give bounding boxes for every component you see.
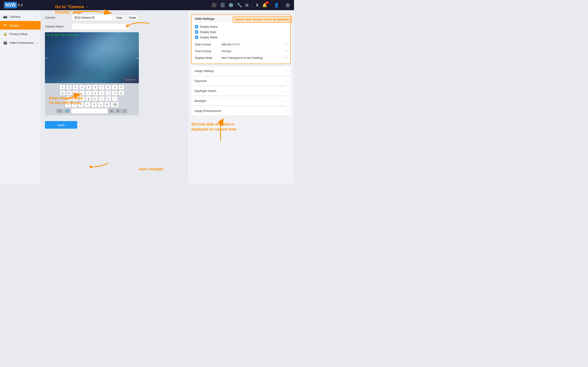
- kb-key-s[interactable]: s: [66, 96, 72, 101]
- kb-key-7[interactable]: 7: [99, 85, 104, 90]
- kb-key-b[interactable]: b: [91, 102, 97, 107]
- user-icon[interactable]: 👤: [274, 3, 279, 8]
- exposure-arrow-icon: ›: [286, 79, 287, 83]
- camera-preview-inner: 07-01-2021 Thu 16:51:42 ‹ › Camera 01: [45, 32, 139, 83]
- display-date-checkbox[interactable]: [195, 30, 198, 34]
- display-mode-select[interactable]: Non-Transparent & Not Flashing ▾: [222, 56, 287, 59]
- kb-key-i[interactable]: i: [105, 91, 111, 95]
- power-icon[interactable]: ⏻: [286, 3, 290, 8]
- kb-key-2[interactable]: 2: [66, 85, 72, 90]
- grid-icon[interactable]: ⊞: [245, 3, 249, 8]
- clear-camera-name-icon[interactable]: ✕: [125, 25, 128, 28]
- camera-timestamp: 07-01-2021 Thu 16:51:42: [47, 34, 78, 36]
- kb-key-123[interactable]: 123: [56, 109, 63, 113]
- backlight-row[interactable]: Backlight ›: [191, 96, 291, 106]
- kb-key-y[interactable]: y: [92, 91, 98, 95]
- kb-key-h[interactable]: h: [92, 96, 98, 101]
- kb-key-f[interactable]: f: [79, 96, 85, 101]
- date-format-arrow-icon: ▾: [286, 43, 287, 46]
- database-icon[interactable]: 🗄️: [220, 3, 225, 8]
- osd-settings-panel: OSD Settings ∨ Display Name Display Date…: [191, 14, 291, 64]
- camera-nav-left-icon[interactable]: ‹: [46, 55, 47, 60]
- image-settings-row[interactable]: Image Settings ›: [191, 67, 291, 76]
- kb-key-v[interactable]: v: [85, 102, 90, 107]
- apply-button-container: Apply: [45, 119, 184, 129]
- bell-icon[interactable]: 🔔 66: [262, 3, 267, 8]
- kb-key-c[interactable]: c: [78, 102, 84, 107]
- kb-key-1[interactable]: 1: [60, 85, 65, 90]
- kb-key-o[interactable]: o: [112, 91, 118, 95]
- sidebar-item-display[interactable]: 👁 Display: [0, 21, 41, 30]
- date-format-select[interactable]: MM-DD-YYYY ▾: [222, 43, 287, 46]
- time-format-label: Time Format: [195, 50, 222, 53]
- kb-key-x[interactable]: x: [72, 102, 77, 107]
- kb-key-m[interactable]: m: [104, 102, 110, 107]
- kb-key-p[interactable]: p: [118, 91, 124, 95]
- kb-key-r[interactable]: r: [79, 91, 85, 95]
- set-date-time-annotation: Set how date and time isdisplayed on cam…: [191, 122, 291, 132]
- exposure-row[interactable]: Exposure ›: [191, 76, 291, 86]
- wrench-icon[interactable]: 🔧: [237, 3, 242, 8]
- time-format-row: Time Format 24-hour ▾: [195, 48, 287, 54]
- kb-key-u[interactable]: u: [99, 91, 104, 95]
- image-enhancement-arrow-icon: ›: [286, 109, 287, 113]
- osd-settings-title: OSD Settings: [195, 17, 215, 20]
- kb-key-4[interactable]: 4: [79, 85, 85, 90]
- time-format-select[interactable]: 24-hour ▾: [222, 50, 287, 53]
- kb-key-w[interactable]: w: [66, 91, 72, 95]
- display-mode-value: Non-Transparent & Not Flashing: [222, 56, 263, 59]
- live-view-icon[interactable]: 🎥: [211, 2, 217, 8]
- kb-key-k[interactable]: k: [105, 96, 111, 101]
- kb-key-globe[interactable]: 🌐: [64, 109, 70, 113]
- sidebar-item-video-parameters[interactable]: 🎬 Video Parameters ›: [0, 38, 41, 47]
- kb-key-5[interactable]: 5: [86, 85, 91, 90]
- sidebar-item-camera[interactable]: 📷 Camera ›: [0, 12, 41, 21]
- sidebar-item-privacy-mask[interactable]: 🔒 Privacy Mask: [0, 30, 41, 38]
- camera-value-display[interactable]: [D1] Camera 01: [72, 14, 113, 21]
- camera-nav-right-icon[interactable]: ›: [137, 55, 138, 60]
- image-enhancement-row[interactable]: Image Enhancement ›: [191, 106, 291, 116]
- kb-key-t[interactable]: t: [86, 91, 91, 95]
- kb-key-e[interactable]: e: [73, 91, 78, 95]
- kb-key-n[interactable]: n: [98, 102, 104, 107]
- sidebar-video-arrow: ›: [36, 42, 37, 44]
- display-week-checkbox[interactable]: [195, 36, 198, 39]
- logo-nvr: NVR: [4, 2, 17, 8]
- image-settings-label: Image Settings: [195, 69, 214, 73]
- osd-settings-header[interactable]: OSD Settings ∨: [192, 15, 290, 23]
- image-enhancement-label: Image Enhancement: [195, 109, 221, 113]
- kb-key-g[interactable]: g: [86, 96, 91, 101]
- camera-field-label: Camera: [45, 16, 69, 19]
- logo-version: 4.0: [18, 3, 23, 7]
- kb-backspace-icon[interactable]: ⌫: [111, 102, 119, 107]
- kb-space-key[interactable]: [71, 108, 108, 114]
- copy-button[interactable]: Copy: [113, 14, 126, 21]
- kb-key-enter[interactable]: ↵: [122, 109, 127, 113]
- camera-name-field-row: Camera Name use-IP Demo ✕: [45, 23, 184, 30]
- kb-key-z[interactable]: z: [65, 102, 71, 107]
- display-week-row: Display Week: [195, 36, 287, 39]
- date-format-row: Date Format MM-DD-YYYY ▾: [195, 41, 287, 48]
- kb-key-8[interactable]: 8: [105, 85, 111, 90]
- kb-key-q[interactable]: q: [60, 91, 65, 95]
- sidebar-camera-arrow: ›: [36, 15, 37, 18]
- paste-button[interactable]: Paste: [126, 14, 139, 21]
- kb-key-3[interactable]: 3: [73, 85, 78, 90]
- sidebar: 📷 Camera › 👁 Display 🔒 Privacy Mask 🎬 Vi…: [0, 10, 41, 184]
- camera-name-input[interactable]: use-IP Demo: [74, 25, 127, 28]
- kb-key-right[interactable]: ▶: [115, 109, 121, 113]
- day-night-switch-row[interactable]: Day/Night Switch ›: [191, 86, 291, 96]
- kb-key-6[interactable]: 6: [92, 85, 98, 90]
- download-icon[interactable]: ⬇: [255, 3, 259, 8]
- kb-key-d[interactable]: d: [73, 96, 78, 101]
- kb-key-left[interactable]: ◀: [109, 109, 114, 113]
- day-night-label: Day/Night Switch: [195, 89, 216, 92]
- kb-key-9[interactable]: 9: [112, 85, 118, 90]
- apply-button[interactable]: Apply: [45, 121, 77, 129]
- display-name-checkbox[interactable]: [195, 25, 198, 28]
- kb-key-l[interactable]: l: [112, 96, 118, 101]
- kb-key-0[interactable]: 0: [118, 85, 124, 90]
- save-changes-text: Save changes: [139, 167, 163, 171]
- kb-key-j[interactable]: j: [99, 96, 104, 101]
- settings-gear-icon[interactable]: ⚙️: [228, 3, 233, 8]
